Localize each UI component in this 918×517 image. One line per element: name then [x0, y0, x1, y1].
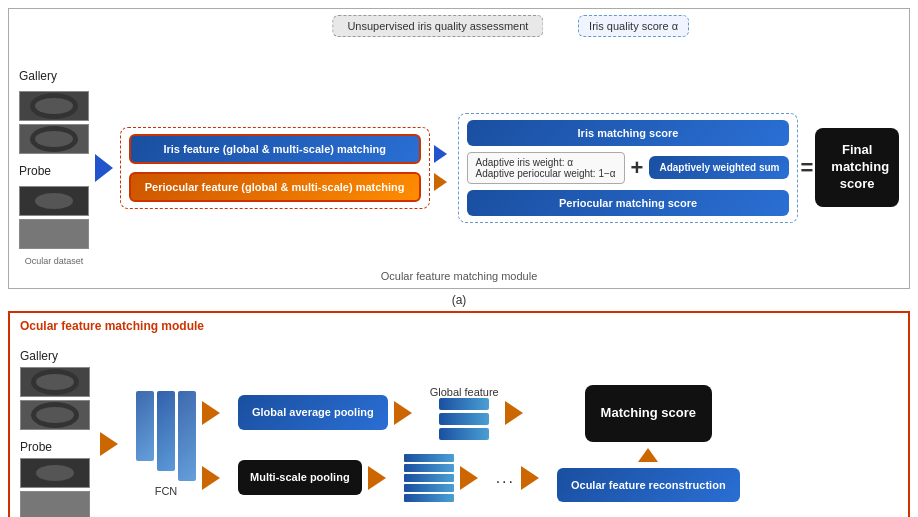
iris-score-box: Iris matching score — [467, 120, 790, 146]
probe-image-stack — [19, 186, 89, 249]
arrow-orange-after-multiscale — [368, 466, 398, 490]
gallery-eye-img-bottom-1 — [20, 367, 90, 397]
bottom-panel: Ocular feature matching module Gallery P… — [8, 311, 910, 517]
probe-label-bottom: Probe — [20, 440, 90, 454]
gf-bar-2 — [439, 413, 489, 425]
ms-feature-visual — [404, 454, 454, 502]
final-score-box: Final matching score — [815, 128, 899, 207]
gf-bar-3 — [439, 428, 489, 440]
multiscale-pooling-box: Multi-scale pooling — [238, 460, 362, 494]
arrow-blue-iris-score — [434, 145, 454, 163]
probe-image-stack-bottom — [20, 458, 90, 517]
global-avg-pooling-box: Global average pooling — [238, 395, 388, 429]
bottom-main-row: Gallery Probe Ocular dataset FCN — [20, 349, 898, 517]
multiscale-row: Multi-scale pooling ... — [200, 454, 553, 502]
fcn-col: FCN — [136, 391, 196, 497]
probe-eye-img-bottom-1 — [20, 458, 90, 488]
score-section-dashed: Iris matching score Adaptive iris weight… — [458, 113, 799, 223]
arrow-orange-dots-to-recon — [521, 466, 551, 490]
probe-eye-img-1 — [19, 186, 89, 216]
global-avg-row: Global average pooling Global feature — [200, 386, 553, 440]
arrow-orange-to-multiscale — [202, 466, 232, 490]
top-main-row: Gallery Probe Ocular dataset Iris featur… — [19, 69, 899, 266]
probe-eye-img-2 — [19, 219, 89, 249]
gallery-eye-img-bottom-2 — [20, 400, 90, 430]
ocular-feature-matching-module-label: Ocular feature matching module — [19, 270, 899, 282]
global-feature-visual — [439, 398, 489, 440]
plus-sign: + — [631, 155, 644, 181]
ms-bar-5 — [404, 494, 454, 502]
pool-rows: Global average pooling Global feature Mu… — [200, 386, 553, 502]
bottom-panel-title: Ocular feature matching module — [20, 319, 204, 333]
periocular-score-box: Periocular matching score — [467, 190, 790, 216]
probe-eye-img-bottom-2 — [20, 491, 90, 517]
gallery-image-stack — [19, 91, 89, 154]
ms-bar-1 — [404, 454, 454, 462]
iris-feature-box: Iris feature (global & multi-scale) matc… — [129, 134, 421, 164]
arrow-orange-after-global-avg — [394, 401, 424, 425]
unsupervised-box: Unsupervised iris quality assessment — [332, 15, 543, 37]
matching-score-box: Matching score — [585, 385, 712, 442]
probe-label: Probe — [19, 164, 89, 178]
images-col: Gallery Probe Ocular dataset — [19, 69, 89, 266]
ms-bar-4 — [404, 484, 454, 492]
score-middle-row: Adaptive iris weight: α Adaptive periocu… — [467, 152, 790, 184]
right-section: Matching score Ocular feature reconstruc… — [557, 385, 740, 502]
arrow-orange-global-to-score — [505, 401, 535, 425]
bottom-images-col: Gallery Probe Ocular dataset — [20, 349, 90, 517]
feature-dashed-box: Iris feature (global & multi-scale) matc… — [120, 127, 430, 209]
equals-sign: = — [800, 155, 813, 181]
iris-quality-score-box: Iris quality score α — [578, 15, 689, 37]
adaptive-iris-weight: Adaptive iris weight: α — [476, 157, 616, 168]
arrows-to-scores — [432, 145, 456, 191]
unsupervised-label: Unsupervised iris quality assessment — [347, 20, 528, 32]
arrow-orange-ms-to-dots — [460, 466, 490, 490]
arrow-orange-periocular-score — [434, 173, 454, 191]
gallery-image-stack-bottom — [20, 367, 90, 430]
dots-label: ... — [496, 469, 515, 487]
fcn-layers — [136, 391, 196, 481]
gallery-eye-img-1 — [19, 91, 89, 121]
adaptive-weights-box: Adaptive iris weight: α Adaptive periocu… — [467, 152, 625, 184]
ocular-recon-box: Ocular feature reconstruction — [557, 468, 740, 502]
gf-bar-1 — [439, 398, 489, 410]
iris-quality-score-label: Iris quality score α — [589, 20, 678, 32]
arrow-up-to-matching-score — [638, 448, 658, 462]
adaptive-periocular-weight: Adaptive periocular weight: 1−α — [476, 168, 616, 179]
arrow-orange-to-fcn — [100, 432, 130, 456]
global-feature-col: Global feature — [430, 386, 499, 440]
top-panel: Unsupervised iris quality assessment Iri… — [8, 8, 910, 289]
gallery-label: Gallery — [19, 69, 89, 83]
periocular-feature-box: Periocular feature (global & multi-scale… — [129, 172, 421, 202]
arrow-orange-to-global-avg — [202, 401, 232, 425]
gallery-label-bottom: Gallery — [20, 349, 90, 363]
global-feature-label: Global feature — [430, 386, 499, 398]
fcn-layer-1 — [136, 391, 154, 461]
gallery-eye-img-2 — [19, 124, 89, 154]
fcn-layer-2 — [157, 391, 175, 471]
adaptively-weighted-box: Adaptively weighted sum — [649, 156, 789, 179]
fcn-label: FCN — [155, 485, 178, 497]
arrow-blue-gallery — [95, 154, 118, 182]
ocular-dataset-label-top: Ocular dataset — [19, 256, 89, 266]
ms-bar-2 — [404, 464, 454, 472]
fcn-layer-3 — [178, 391, 196, 481]
ms-bar-3 — [404, 474, 454, 482]
figure-label-a: (a) — [0, 293, 918, 307]
